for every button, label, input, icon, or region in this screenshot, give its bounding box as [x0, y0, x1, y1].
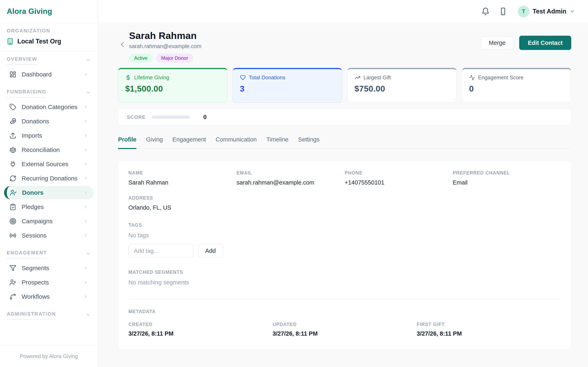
tab-settings[interactable]: Settings [298, 136, 320, 149]
nav-section-fundraising-label: FUNDRAISING [7, 89, 46, 98]
topbar: T Test Admin [98, 0, 588, 23]
matched-segments-empty-text: No matching segments [129, 279, 561, 286]
building-icon [7, 38, 14, 45]
add-tag-button[interactable]: Add [198, 244, 223, 258]
chevron-right-icon [83, 280, 88, 285]
stat-label: Engagement Score [478, 75, 524, 81]
chevron-right-icon [83, 104, 88, 110]
tags-empty-text: No tags [129, 232, 561, 239]
stat-value: $750.00 [355, 84, 450, 94]
powered-by-text: Powered by Alora Giving [20, 353, 78, 359]
nav-section-administration-label: ADMINISTRATION [7, 311, 56, 320]
stat-value: 0 [469, 84, 564, 94]
matched-segments-label: MATCHED SEGMENTS [129, 269, 561, 275]
sidebar-item-dashboard[interactable]: Dashboard [4, 68, 94, 81]
field-email: EMAIL sarah.rahman@example.com [237, 170, 345, 186]
field-label: NAME [129, 170, 237, 176]
smartphone-icon[interactable] [499, 7, 507, 16]
tab-communication[interactable]: Communication [216, 136, 257, 149]
workflow-icon [9, 293, 16, 300]
sidebar-item-label: Recurring Donations [22, 175, 77, 182]
chevron-right-icon [83, 233, 88, 238]
tags-label: TAGS [129, 222, 561, 228]
field-value: +14075550101 [345, 179, 453, 186]
field-label: EMAIL [237, 170, 345, 176]
sidebar-item-reconciliation[interactable]: Reconciliation [4, 143, 94, 157]
tab-profile[interactable]: Profile [118, 136, 136, 149]
field-address: ADDRESS Orlando, FL, US [129, 195, 561, 211]
nav-section-overview[interactable]: OVERVIEW [0, 56, 98, 65]
stat-largest-gift: Largest Gift $750.00 [347, 68, 457, 103]
sidebar-item-prospects[interactable]: Prospects [4, 276, 94, 289]
contact-name: Sarah Rahman [129, 30, 201, 41]
sidebar-item-external-sources[interactable]: External Sources [4, 157, 94, 171]
filter-icon [9, 265, 16, 272]
tab-engagement[interactable]: Engagement [172, 136, 206, 149]
sidebar-item-donors[interactable]: Donors [4, 186, 94, 200]
chevron-down-icon [570, 9, 575, 14]
sidebar-item-segments[interactable]: Segments [4, 261, 94, 275]
sidebar-item-sessions[interactable]: Sessions [4, 229, 94, 242]
stat-label: Total Donations [249, 75, 285, 81]
tab-giving[interactable]: Giving [146, 136, 163, 149]
field-label: PREFERRED CHANNEL [453, 170, 561, 176]
tag-icon [9, 104, 16, 110]
chevron-down-icon [85, 90, 91, 95]
chevron-right-icon [83, 266, 88, 271]
nav-section-engagement-label: ENGAGEMENT [7, 250, 47, 259]
sidebar-item-recurring-donations[interactable]: Recurring Donations [4, 172, 94, 185]
activity-icon [469, 75, 475, 81]
field-name: NAME Sarah Rahman [129, 170, 237, 186]
field-label: ADDRESS [129, 195, 561, 201]
refresh-icon [9, 175, 16, 182]
nav-section-fundraising[interactable]: FUNDRAISING [0, 89, 98, 98]
sidebar-nav: OVERVIEW Dashboard FUNDRAISING Donation … [0, 51, 98, 345]
sidebar-item-label: Prospects [22, 279, 49, 286]
metadata-item-label: UPDATED [273, 322, 417, 327]
metadata-item-value: 3/27/26, 8:11 PM [273, 330, 417, 337]
add-tag-input[interactable] [129, 244, 193, 258]
organization-block: ORGANIZATION Local Test Org [0, 23, 98, 51]
hand-heart-icon [9, 118, 16, 125]
heart-icon [240, 75, 246, 81]
back-chevron-icon[interactable] [118, 40, 127, 49]
app-window: Alora Giving ORGANIZATION Local Test Org… [0, 0, 588, 367]
profile-fields: NAME Sarah Rahman EMAIL sarah.rahman@exa… [129, 170, 561, 186]
sidebar-item-campaigns[interactable]: Campaigns [4, 215, 94, 228]
user-menu[interactable]: T Test Admin [518, 6, 575, 17]
merge-button[interactable]: Merge [481, 36, 513, 49]
chevron-right-icon [83, 176, 88, 181]
brand-logo: Alora Giving [0, 0, 98, 23]
organization-selector[interactable]: Local Test Org [7, 38, 91, 45]
metadata-created: CREATED 3/27/26, 8:11 PM [129, 322, 273, 337]
edit-contact-button[interactable]: Edit Contact [519, 36, 571, 50]
metadata-first-gift: FIRST GIFT 3/27/26, 8:11 PM [417, 322, 561, 337]
radio-icon [9, 232, 16, 239]
user-name: Test Admin [533, 8, 566, 15]
sidebar-item-donations[interactable]: Donations [4, 115, 94, 128]
scale-icon [9, 146, 16, 153]
sidebar-item-pledges[interactable]: Pledges [4, 200, 94, 214]
user-plus-icon [9, 279, 16, 286]
chevron-right-icon [83, 119, 88, 124]
field-preferred-channel: PREFERRED CHANNEL Email [453, 170, 561, 186]
chevron-right-icon [83, 218, 88, 224]
field-phone: PHONE +14075550101 [345, 170, 453, 186]
bell-icon[interactable] [481, 7, 490, 16]
chevron-right-icon [83, 147, 88, 152]
sidebar-item-workflows[interactable]: Workflows [4, 290, 94, 303]
field-value: sarah.rahman@example.com [237, 179, 345, 186]
trending-up-icon [355, 75, 360, 81]
sidebar-item-label: Campaigns [22, 218, 53, 225]
chevron-right-icon [83, 204, 88, 210]
sidebar-item-donation-categories[interactable]: Donation Categories [4, 100, 94, 114]
sidebar-item-label: Donors [22, 189, 43, 196]
nav-section-administration[interactable]: ADMINISTRATION [0, 311, 98, 320]
sidebar-item-imports[interactable]: Imports [4, 129, 94, 142]
tab-timeline[interactable]: Timeline [266, 136, 288, 149]
stat-cards: Lifetime Giving $1,500.00 Total Donation… [118, 68, 571, 103]
nav-section-engagement[interactable]: ENGAGEMENT [0, 250, 98, 259]
metadata-label: METADATA [129, 309, 561, 314]
organization-name: Local Test Org [17, 38, 61, 45]
status-badges: Active Major Donor [129, 54, 201, 63]
